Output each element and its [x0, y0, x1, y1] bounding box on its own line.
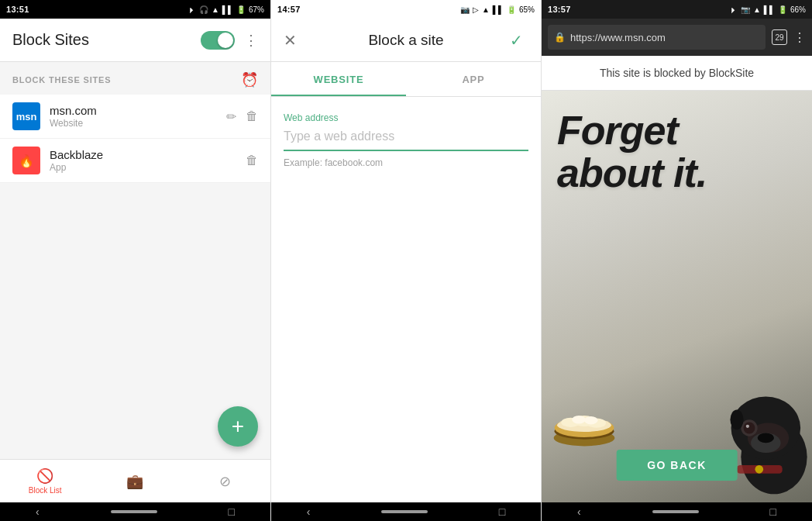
panel-block-sites: 13:51 ⏵ 🎧 ▲ ▌▌ 🔋 67% Block Sites ⋮ BLOCK…: [0, 0, 270, 521]
status-bar-2: 14:57 📷 ▷ ▲ ▌▌ 🔋 65%: [271, 0, 541, 19]
web-address-input[interactable]: [284, 126, 528, 151]
site-info-backblaze: Backblaze App: [50, 148, 236, 173]
browser-bar: 🔒 https://www.msn.com 29 ⋮: [542, 19, 812, 56]
field-label: Web address: [284, 112, 528, 123]
section-label: BLOCK THESE SITES: [12, 75, 111, 85]
spotify-icon: ⏵: [188, 5, 196, 14]
blocked-image-area: Forget about it.: [542, 91, 812, 502]
msn-logo-text: msn: [16, 111, 37, 122]
confirm-icon[interactable]: ✓: [510, 31, 528, 50]
share-icon-2: ▷: [473, 5, 479, 14]
go-back-button[interactable]: GO BACK: [616, 450, 738, 481]
home-bar-2: ‹ □: [271, 502, 541, 521]
close-icon[interactable]: ✕: [284, 31, 302, 50]
home-pill-2[interactable]: [381, 510, 428, 513]
headphones-icon: 🎧: [199, 5, 208, 14]
blocked-notice: This site is blocked by BlockSite: [542, 56, 812, 91]
svg-point-17: [730, 410, 743, 430]
site-icon-msn: msn: [12, 102, 40, 130]
spotify-icon-3: ⏵: [730, 5, 738, 14]
fab-container: +: [0, 397, 270, 459]
battery-text-1: 67%: [249, 5, 264, 14]
url-text: https://www.msn.com: [570, 32, 759, 43]
status-icons-1: ⏵ 🎧 ▲ ▌▌ 🔋 67%: [188, 5, 264, 14]
home-pill-3[interactable]: [652, 510, 699, 513]
wifi-icon-2: ▲: [482, 5, 490, 14]
browser-overflow-icon[interactable]: ⋮: [793, 30, 806, 45]
status-time-3: 13:57: [548, 5, 571, 14]
svg-point-13: [758, 433, 774, 443]
back-nav-icon-3[interactable]: ‹: [577, 505, 581, 518]
svg-point-7: [572, 416, 586, 424]
lock-icon: 🔒: [554, 32, 566, 43]
block-list-icon: 🚫: [36, 468, 53, 485]
recent-apps-icon[interactable]: □: [229, 505, 235, 518]
alarm-icon[interactable]: ⏰: [241, 71, 258, 88]
list-item: 🔥 Backblaze App 🗑: [0, 139, 270, 183]
forget-line1: Forget: [557, 108, 678, 153]
header-actions: ⋮: [201, 31, 258, 50]
recent-apps-icon-2[interactable]: □: [499, 505, 505, 518]
back-nav-icon-2[interactable]: ‹: [307, 505, 311, 518]
signal-icon-3: ▌▌: [764, 5, 775, 14]
battery-text-2: 65%: [519, 5, 535, 14]
add-site-fab[interactable]: +: [218, 406, 258, 447]
delete-icon-backblaze[interactable]: 🗑: [246, 154, 258, 167]
dog-svg: [711, 378, 812, 502]
edit-icon-msn[interactable]: ✏: [226, 109, 236, 124]
battery-icon-3: 🔋: [778, 5, 787, 14]
recent-apps-icon-3[interactable]: □: [770, 505, 776, 518]
home-pill-1[interactable]: [111, 510, 157, 513]
home-bar-1: ‹ □: [0, 502, 270, 521]
tab-app[interactable]: APP: [406, 62, 541, 96]
signal-icon: ▌▌: [222, 5, 233, 14]
app-header-1: Block Sites ⋮: [0, 19, 270, 62]
bottom-nav-1: 🚫 Block List 💼 ⊘: [0, 459, 270, 502]
site-name-backblaze: Backblaze: [50, 148, 236, 161]
status-time-1: 13:51: [6, 5, 29, 14]
site-actions-msn: ✏ 🗑: [226, 109, 258, 124]
delete-icon-msn[interactable]: 🗑: [246, 109, 258, 123]
plus-icon: +: [232, 414, 244, 439]
enable-toggle[interactable]: [201, 31, 235, 50]
list-item: msn msn.com Website ✏ 🗑: [0, 95, 270, 139]
site-type-msn: Website: [50, 118, 217, 129]
panel-blocked-site: 13:57 ⏵ 📷 ▲ ▌▌ 🔋 66% 🔒 https://www.msn.c…: [541, 0, 812, 521]
nav-settings[interactable]: ⊘: [202, 473, 249, 490]
forget-line2: about it.: [557, 150, 707, 195]
block-site-content: Web address Example: facebook.com: [271, 97, 541, 502]
tab-website[interactable]: WEBSITE: [271, 62, 406, 96]
status-time-2: 14:57: [277, 5, 301, 14]
svg-point-16: [746, 425, 749, 428]
toggle-knob: [218, 33, 233, 48]
back-nav-icon[interactable]: ‹: [36, 505, 40, 518]
site-type-backblaze: App: [50, 162, 236, 173]
nav-block-list-label: Block List: [29, 486, 62, 495]
battery-icon: 🔋: [236, 5, 246, 14]
site-name-msn: msn.com: [50, 104, 217, 117]
wifi-icon: ▲: [212, 5, 219, 14]
status-icons-3: ⏵ 📷 ▲ ▌▌ 🔋 66%: [730, 5, 806, 14]
app-title-1: Block Sites: [12, 31, 89, 49]
svg-point-19: [755, 465, 763, 474]
block-site-title: Block a site: [315, 32, 497, 49]
status-icons-2: 📷 ▷ ▲ ▌▌ 🔋 65%: [460, 5, 535, 14]
tab-app-label: APP: [462, 74, 484, 85]
tab-website-label: WEBSITE: [314, 74, 364, 85]
forget-text: Forget about it.: [542, 91, 812, 202]
battery-text-3: 66%: [790, 5, 806, 14]
nav-block-list[interactable]: 🚫 Block List: [22, 468, 68, 495]
camera-icon-2: 📷: [460, 5, 470, 14]
battery-icon-2: 🔋: [507, 5, 516, 14]
pie-svg: [549, 394, 619, 448]
signal-icon-2: ▌▌: [493, 5, 504, 14]
browse-icon: 💼: [126, 473, 143, 490]
overflow-menu-icon[interactable]: ⋮: [244, 32, 258, 49]
home-bar-3: ‹ □: [542, 502, 812, 521]
site-info-msn: msn.com Website: [50, 104, 217, 129]
backblaze-logo: 🔥: [19, 154, 34, 168]
url-bar[interactable]: 🔒 https://www.msn.com: [548, 25, 766, 50]
tab-count-badge[interactable]: 29: [772, 29, 787, 45]
wifi-icon-3: ▲: [753, 5, 761, 14]
nav-browse[interactable]: 💼: [112, 473, 158, 490]
